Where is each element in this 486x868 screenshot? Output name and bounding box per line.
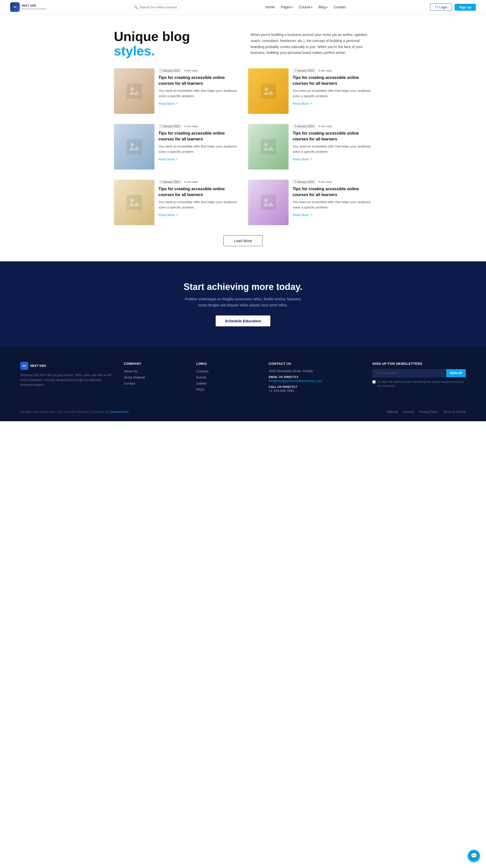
footer-newsletter-col: SIGN UP FOR NEWSLETTERS SIGN UP I'm okay…: [372, 362, 466, 395]
list-item: Study Material: [124, 375, 186, 379]
list-item: Gallery: [196, 381, 259, 385]
footer-bottom: All rights reserved by Next Gen Innovati…: [20, 405, 466, 414]
footer-bottom-link[interactable]: Terms of Service: [443, 410, 466, 414]
svg-rect-0: [127, 84, 142, 99]
list-item: FAQs: [196, 387, 259, 391]
schedule-button[interactable]: Schedule Education: [216, 315, 270, 327]
nav-course[interactable]: Course ▾: [299, 5, 312, 9]
arrow-icon: ↗: [310, 213, 312, 217]
blog-card-image: [114, 124, 154, 169]
footer-bottom-link[interactable]: Privacy Policy: [419, 410, 438, 414]
footer-links-col: LINKS CoursesEventsGalleryFAQs: [196, 362, 259, 395]
blog-date: 7 January 2023: [158, 124, 182, 128]
blog-card: 7 January 2023 9 min read Tips for creat…: [248, 180, 372, 225]
hero-section: Unique blog styles. When you're building…: [104, 29, 382, 58]
newsletter-email-input[interactable]: [372, 369, 446, 377]
footer-email: info@nextgeninnovativereviews.com: [269, 379, 362, 383]
footer-contact-col: CONTACT US 4330 Woodside Circle, Florida…: [269, 362, 362, 395]
logo-text: NEXT GEN INNOVATIVE REVIEWS: [22, 4, 46, 10]
image-placeholder: [248, 68, 288, 114]
hero-title: Unique blog styles.: [114, 29, 235, 58]
footer-nav-link[interactable]: Events: [196, 375, 206, 379]
hero-description: When you're building a business around y…: [251, 29, 372, 56]
blog-card: 7 January 2023 9 min read Tips for creat…: [248, 124, 372, 169]
signup-button[interactable]: Sign up: [455, 4, 476, 11]
nav-actions: 🛡 Login Sign up: [430, 4, 476, 11]
newsletter-signup-button[interactable]: SIGN UP: [446, 369, 466, 377]
read-more-link[interactable]: Read More ↗: [158, 102, 178, 105]
footer-brand: NG NEXT GEN Prepared 140,000+ NPs to pas…: [20, 362, 114, 395]
image-placeholder: [114, 180, 154, 225]
blog-section: 7 January 2023 9 min read Tips for creat…: [104, 68, 382, 225]
blog-read-time: 9 min read: [184, 180, 198, 183]
image-placeholder: [248, 180, 288, 225]
blog-description: You need an irresistible offer that help…: [293, 88, 372, 99]
footer-company-links: About UsStudy MaterialContact: [124, 369, 186, 385]
blog-read-time: 9 min read: [184, 69, 198, 72]
footer-nav-link[interactable]: Courses: [196, 369, 208, 373]
image-placeholder: [114, 124, 154, 169]
search-box[interactable]: 🔍: [130, 4, 181, 10]
cta-section: Start achieving more today. Porttitor sc…: [0, 261, 486, 347]
footer-address: 4330 Woodside Circle, Florida: [269, 369, 362, 373]
blog-meta: 7 January 2023 9 min read: [158, 180, 238, 184]
read-more-link[interactable]: Read More ↗: [158, 213, 178, 217]
logo[interactable]: NG NEXT GEN INNOVATIVE REVIEWS: [10, 2, 46, 12]
blog-title: Tips for creating accessible online cour…: [158, 75, 238, 86]
logo-icon: NG: [10, 2, 20, 12]
svg-point-11: [265, 198, 268, 202]
nav-home[interactable]: Home: [265, 5, 275, 9]
list-item: Courses: [196, 369, 259, 373]
list-item: About Us: [124, 369, 186, 373]
load-more-button[interactable]: Load More: [223, 235, 263, 246]
footer-bottom-link[interactable]: Security: [403, 410, 414, 414]
read-more-link[interactable]: Read More ↗: [293, 102, 312, 105]
blog-card-content: 7 January 2023 9 min read Tips for creat…: [158, 68, 238, 105]
read-more-link[interactable]: Read More ↗: [293, 213, 312, 217]
footer-logo: NG NEXT GEN: [20, 362, 114, 370]
blog-card-content: 7 January 2023 9 min read Tips for creat…: [158, 124, 238, 161]
footer-phone: +1 123-456-7890: [269, 389, 362, 393]
blog-meta: 7 January 2023 9 min read: [293, 124, 372, 128]
load-more-wrapper: Load More: [0, 235, 486, 246]
blog-grid: 7 January 2023 9 min read Tips for creat…: [114, 68, 372, 225]
footer-nav-link[interactable]: Gallery: [196, 381, 207, 385]
newsletter-checkbox[interactable]: [372, 380, 376, 383]
blog-card: 7 January 2023 9 min read Tips for creat…: [248, 68, 372, 114]
list-item: Contact: [124, 381, 186, 385]
cta-description: Porttitor scelerisque eu fringilla conse…: [180, 296, 306, 308]
footer-company-col: COMPANY About UsStudy MaterialContact: [124, 362, 186, 395]
nav-pages[interactable]: Pages ▾: [281, 5, 293, 9]
search-input[interactable]: [140, 5, 178, 9]
blog-meta: 7 January 2023 9 min read: [158, 124, 238, 128]
nav-contact[interactable]: Contact: [334, 5, 346, 9]
blog-meta: 7 January 2023 9 min read: [158, 68, 238, 73]
footer-copyright: All rights reserved by Next Gen Innovati…: [20, 410, 129, 414]
login-button[interactable]: 🛡 Login: [430, 4, 452, 11]
footer-company-link[interactable]: About Us: [124, 369, 137, 373]
designer-link[interactable]: Zonewebsites: [110, 410, 129, 414]
newsletter-form: SIGN UP: [372, 369, 466, 377]
blog-card-content: 7 January 2023 9 min read Tips for creat…: [293, 68, 372, 105]
footer-links-list: CoursesEventsGalleryFAQs: [196, 369, 259, 391]
hero-left: Unique blog styles.: [114, 29, 235, 58]
blog-card-content: 7 January 2023 9 min read Tips for creat…: [293, 180, 372, 217]
footer: NG NEXT GEN Prepared 140,000+ NPs to pas…: [0, 347, 486, 421]
blog-card-image: [114, 180, 154, 225]
nav-blog[interactable]: Blog ▾: [318, 5, 328, 9]
chevron-down-icon: ▾: [326, 6, 328, 9]
footer-nav-link[interactable]: FAQs: [196, 388, 205, 391]
svg-rect-4: [127, 139, 142, 154]
blog-description: You need an irresistible offer that help…: [158, 88, 238, 99]
footer-bottom-link[interactable]: Sitemap: [387, 410, 398, 414]
footer-company-link[interactable]: Study Material: [124, 375, 145, 379]
arrow-icon: ↗: [176, 102, 178, 105]
blog-card-image: [248, 124, 288, 169]
footer-bottom-links: SitemapSecurityPrivacy PolicyTerms of Se…: [387, 410, 466, 414]
list-item: Events: [196, 375, 259, 379]
read-more-link[interactable]: Read More ↗: [158, 157, 178, 161]
footer-company-link[interactable]: Contact: [124, 381, 135, 385]
svg-rect-8: [127, 195, 142, 210]
read-more-link[interactable]: Read More ↗: [293, 157, 312, 161]
arrow-icon: ↗: [176, 213, 178, 217]
